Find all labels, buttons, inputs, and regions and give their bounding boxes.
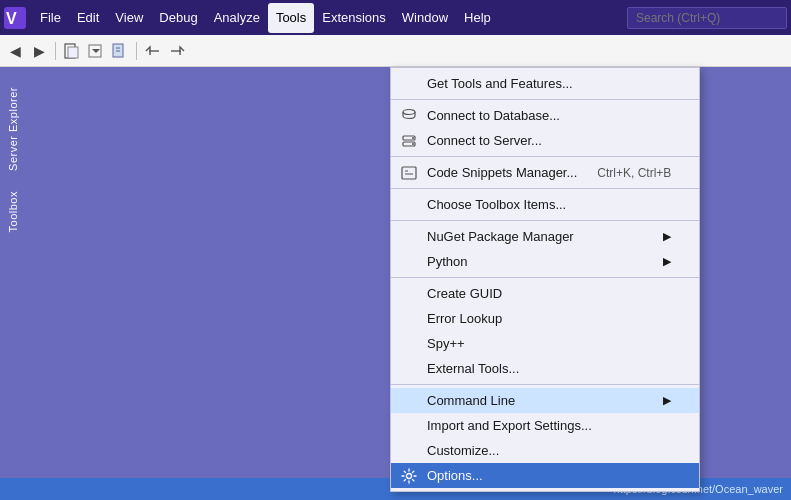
svg-rect-16 bbox=[402, 167, 416, 179]
menu-debug[interactable]: Debug bbox=[151, 3, 205, 33]
svg-point-19 bbox=[407, 473, 412, 478]
separator-6 bbox=[391, 384, 699, 385]
menu-file[interactable]: File bbox=[32, 3, 69, 33]
spy-label: Spy++ bbox=[427, 336, 465, 351]
forward-button[interactable]: ▶ bbox=[28, 40, 50, 62]
toolbar: ◀ ▶ bbox=[0, 35, 791, 67]
main-area: Server Explorer Toolbox Get Tools and Fe… bbox=[0, 67, 791, 500]
nuget-label: NuGet Package Manager bbox=[427, 229, 574, 244]
menu-item-spy[interactable]: Spy++ bbox=[391, 331, 699, 356]
customize-label: Customize... bbox=[427, 443, 499, 458]
sidebar-tab-server-explorer[interactable]: Server Explorer bbox=[2, 77, 24, 181]
menu-item-nuget[interactable]: NuGet Package Manager ▶ bbox=[391, 224, 699, 249]
vs-logo-icon: V bbox=[4, 7, 26, 29]
svg-rect-3 bbox=[68, 47, 78, 58]
menu-item-connect-db[interactable]: Connect to Database... bbox=[391, 103, 699, 128]
toolbar-separator-2 bbox=[136, 42, 137, 60]
search-input[interactable] bbox=[627, 7, 787, 29]
python-arrow-icon: ▶ bbox=[653, 255, 671, 268]
menu-item-command-line[interactable]: Command Line ▶ bbox=[391, 388, 699, 413]
get-tools-label: Get Tools and Features... bbox=[427, 76, 573, 91]
import-export-label: Import and Export Settings... bbox=[427, 418, 592, 433]
menu-item-create-guid[interactable]: Create GUID bbox=[391, 281, 699, 306]
menu-analyze[interactable]: Analyze bbox=[206, 3, 268, 33]
svg-point-15 bbox=[412, 143, 414, 145]
connect-server-label: Connect to Server... bbox=[427, 133, 542, 148]
separator-5 bbox=[391, 277, 699, 278]
toolbar-separator-1 bbox=[55, 42, 56, 60]
error-lookup-label: Error Lookup bbox=[427, 311, 502, 326]
menu-extensions[interactable]: Extensions bbox=[314, 3, 394, 33]
connect-server-icon bbox=[399, 131, 419, 151]
content-area: Get Tools and Features... Connect to Dat… bbox=[25, 67, 791, 500]
external-tools-label: External Tools... bbox=[427, 361, 519, 376]
toolbar-action-5[interactable] bbox=[166, 40, 188, 62]
options-gear-icon bbox=[399, 466, 419, 486]
menu-item-code-snippets[interactable]: Code Snippets Manager... Ctrl+K, Ctrl+B bbox=[391, 160, 699, 185]
menu-item-options[interactable]: Options... bbox=[391, 463, 699, 488]
tools-dropdown-menu: Get Tools and Features... Connect to Dat… bbox=[390, 67, 700, 492]
menu-item-get-tools[interactable]: Get Tools and Features... bbox=[391, 71, 699, 96]
separator-3 bbox=[391, 188, 699, 189]
svg-text:V: V bbox=[6, 10, 17, 27]
command-line-arrow-icon: ▶ bbox=[653, 394, 671, 407]
menu-tools[interactable]: Tools bbox=[268, 3, 314, 33]
code-snippets-shortcut: Ctrl+K, Ctrl+B bbox=[577, 166, 671, 180]
menu-edit[interactable]: Edit bbox=[69, 3, 107, 33]
svg-point-14 bbox=[412, 137, 414, 139]
code-snippets-label: Code Snippets Manager... bbox=[427, 165, 577, 180]
sidebar-tab-toolbox[interactable]: Toolbox bbox=[2, 181, 24, 242]
menu-item-connect-server[interactable]: Connect to Server... bbox=[391, 128, 699, 153]
command-line-label: Command Line bbox=[427, 393, 515, 408]
menu-item-python[interactable]: Python ▶ bbox=[391, 249, 699, 274]
svg-marker-5 bbox=[92, 49, 100, 53]
connect-db-label: Connect to Database... bbox=[427, 108, 560, 123]
menu-window[interactable]: Window bbox=[394, 3, 456, 33]
separator-1 bbox=[391, 99, 699, 100]
toolbar-action-3[interactable] bbox=[109, 40, 131, 62]
python-label: Python bbox=[427, 254, 467, 269]
separator-2 bbox=[391, 156, 699, 157]
separator-4 bbox=[391, 220, 699, 221]
svg-point-11 bbox=[403, 109, 415, 114]
toolbar-action-2[interactable] bbox=[85, 40, 107, 62]
choose-toolbox-label: Choose Toolbox Items... bbox=[427, 197, 566, 212]
nuget-arrow-icon: ▶ bbox=[653, 230, 671, 243]
menubar: V File Edit View Debug Analyze Tools Ext… bbox=[0, 0, 791, 35]
menu-help[interactable]: Help bbox=[456, 3, 499, 33]
connect-db-icon bbox=[399, 106, 419, 126]
create-guid-label: Create GUID bbox=[427, 286, 502, 301]
toolbar-action-1[interactable] bbox=[61, 40, 83, 62]
menu-item-customize[interactable]: Customize... bbox=[391, 438, 699, 463]
code-snippets-icon bbox=[399, 163, 419, 183]
menu-item-import-export[interactable]: Import and Export Settings... bbox=[391, 413, 699, 438]
menu-item-error-lookup[interactable]: Error Lookup bbox=[391, 306, 699, 331]
sidebar-left: Server Explorer Toolbox bbox=[0, 67, 25, 500]
back-button[interactable]: ◀ bbox=[4, 40, 26, 62]
menu-item-external-tools[interactable]: External Tools... bbox=[391, 356, 699, 381]
toolbar-action-4[interactable] bbox=[142, 40, 164, 62]
options-label: Options... bbox=[427, 468, 483, 483]
menu-view[interactable]: View bbox=[107, 3, 151, 33]
menu-item-choose-toolbox[interactable]: Choose Toolbox Items... bbox=[391, 192, 699, 217]
